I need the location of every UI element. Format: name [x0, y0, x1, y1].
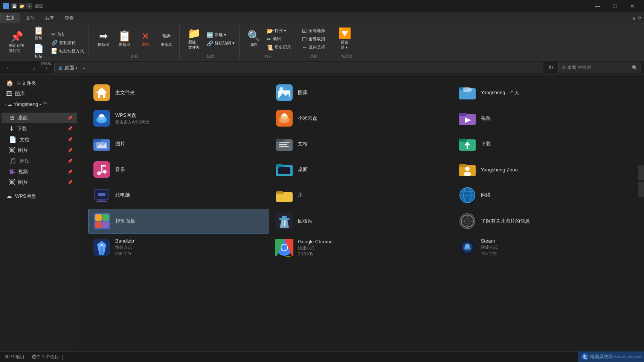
details-panel-button[interactable]: [638, 182, 644, 197]
file-item-xiaomi[interactable]: 小米云盘: [271, 106, 452, 130]
ribbon-group-new: 📁 新建文件夹 🆕 新建 ▾ 🔗 轻松访问 ▾ 新建: [181, 25, 240, 59]
file-item-photo-info[interactable]: 了解有关此图片的信息: [454, 209, 635, 234]
sidebar-item-docs[interactable]: 📄 文档 📌: [2, 134, 77, 145]
ribbon-help-icon[interactable]: ?: [638, 15, 641, 21]
paste-shortcut-button[interactable]: 📝 粘贴快捷方式: [50, 47, 85, 55]
file-item-home[interactable]: 主文件夹: [88, 81, 269, 105]
pin-icon-pics: 📌: [67, 148, 73, 153]
delete-label: 删除: [142, 42, 149, 47]
quick-sq-1[interactable]: 💾: [11, 3, 17, 9]
forward-button[interactable]: →: [16, 63, 26, 73]
new-dropdown-button[interactable]: 🆕 新建 ▾: [205, 31, 236, 39]
download-icon: ⬇: [9, 125, 14, 132]
file-info-bandizip: Bandizip 快捷方式 835 字节: [115, 238, 134, 257]
select-none-icon: ☐: [302, 36, 307, 42]
delete-button[interactable]: ✕ 删除: [136, 30, 155, 49]
cut-button[interactable]: ✂ 剪切: [50, 31, 85, 38]
easy-access-button[interactable]: 🔗 轻松访问 ▾: [205, 40, 236, 47]
tab-share[interactable]: 共享: [40, 14, 60, 23]
file-item-desktop[interactable]: 桌面: [271, 157, 452, 182]
new-label: 新建: [184, 53, 236, 59]
item-count: 30 个项目: [5, 354, 24, 360]
pin-quickaccess-button[interactable]: 📌 固定到快速访问: [6, 30, 27, 55]
file-item-doc[interactable]: 文档: [271, 132, 452, 156]
sidebar-video-label: 视频: [18, 168, 28, 175]
file-item-recycle[interactable]: 回收站: [271, 209, 452, 234]
sidebar-item-pictures2[interactable]: 🖼 图片 📌: [2, 177, 77, 188]
file-sub-wps: 双击进入WPS网盘: [115, 119, 150, 125]
file-info-chrome: Google Chrome 快捷方式 2.13 KB: [298, 239, 333, 256]
file-item-thispc[interactable]: 此电脑: [88, 183, 269, 207]
tab-file[interactable]: 文件: [20, 14, 40, 23]
watermark: 电 电脑系统网 www.dnxtw.com: [578, 351, 644, 362]
copy-button[interactable]: 📋 复制: [29, 25, 48, 42]
file-item-library[interactable]: 库: [271, 183, 452, 207]
sidebar-item-gallery[interactable]: 🖼 图库: [2, 89, 77, 99]
tab-view[interactable]: 查看: [60, 14, 79, 23]
properties-button[interactable]: 🔍 属性: [244, 29, 264, 49]
sidebar-item-pictures[interactable]: 🖼 图片 📌: [2, 145, 77, 156]
select-label: 选择: [301, 53, 327, 59]
file-info-photo-info: 了解有关此图片的信息: [481, 218, 530, 225]
sidebar-item-home[interactable]: 🏠 主文件夹: [2, 78, 77, 89]
file-item-yangsheng[interactable]: Yangsheng - 个人: [454, 81, 635, 105]
sidebar-item-download[interactable]: ⬇ 下载 📌: [2, 123, 77, 134]
back-button[interactable]: ←: [3, 63, 14, 73]
file-name-desktop: 桌面: [298, 166, 308, 173]
recent-button[interactable]: ⌄: [29, 63, 39, 73]
refresh-button[interactable]: ↻: [545, 63, 556, 73]
sidebar-item-desktop[interactable]: 🖥 桌面 📌: [2, 113, 77, 123]
select-none-button[interactable]: ☐ 全部取消: [301, 35, 327, 43]
search-box[interactable]: 在 桌面 中搜索 🔍: [558, 63, 641, 73]
file-name-photo-info: 了解有关此图片的信息: [481, 218, 530, 225]
file-item-download[interactable]: 下载: [454, 132, 635, 156]
tab-home[interactable]: 主页: [0, 13, 20, 23]
file-item-chrome[interactable]: Google Chrome 快捷方式 2.13 KB: [271, 235, 452, 260]
sidebar-item-wps[interactable]: ☁ WPS网盘: [2, 191, 77, 202]
paste-button[interactable]: 📄 粘贴: [29, 43, 48, 60]
invert-selection-button[interactable]: ↔ 反向选择: [301, 44, 327, 51]
file-item-yangsheng-zhou[interactable]: Yangsheng Zhou: [454, 157, 635, 182]
file-name-yangsheng-zhou: Yangsheng Zhou: [481, 167, 518, 173]
select-all-button[interactable]: ☑ 全部选择: [301, 27, 327, 35]
up-button[interactable]: ↑: [41, 63, 52, 73]
copy-path-button[interactable]: 🔗 复制路径: [50, 39, 85, 46]
file-item-wps[interactable]: WPS网盘 双击进入WPS网盘: [88, 106, 269, 130]
sidebar-item-music[interactable]: 🎵 音乐 📌: [2, 156, 77, 166]
copy-to-button[interactable]: 📋 复制到: [114, 29, 134, 49]
file-name-yangsheng: Yangsheng - 个人: [481, 89, 519, 96]
sidebar-item-yangsheng[interactable]: › ☁ Yangsheng - 个: [0, 99, 79, 110]
file-sub-bandizip: 快捷方式: [115, 244, 134, 250]
quick-sq-dropdown[interactable]: ▾: [26, 3, 32, 9]
file-icon-thispc: [93, 186, 111, 204]
minimize-button[interactable]: —: [589, 0, 606, 12]
sidebar-item-video[interactable]: 📽 视频 📌: [2, 166, 77, 177]
new-folder-button[interactable]: 📁 新建文件夹: [184, 27, 204, 52]
file-item-picture[interactable]: 图片: [88, 132, 269, 156]
file-item-network[interactable]: 网络: [454, 183, 635, 207]
rename-button[interactable]: ✏ 重命名: [157, 29, 176, 49]
file-item-bandizip[interactable]: Bandizip 快捷方式 835 字节: [88, 235, 269, 260]
app-icon: [3, 3, 9, 9]
quick-sq-2[interactable]: 📁: [19, 3, 25, 9]
preview-panel-button[interactable]: [638, 165, 644, 180]
file-item-gallery[interactable]: 图库: [271, 81, 452, 105]
history-button[interactable]: 📜 历史记录: [265, 44, 293, 51]
sidebar-docs-label: 文档: [20, 136, 29, 143]
move-to-button[interactable]: ➡ 移动到: [93, 29, 113, 49]
open-button[interactable]: 📂 打开 ▾: [265, 27, 293, 35]
maximize-button[interactable]: □: [606, 0, 624, 12]
ribbon-collapse-icon[interactable]: ∧: [632, 15, 636, 21]
address-path[interactable]: 🖥 桌面 › ⌄: [54, 63, 543, 73]
quick-access-squares: 💾 📁 ▾: [11, 3, 32, 9]
file-item-video[interactable]: 视频: [454, 106, 635, 130]
file-item-music[interactable]: 音乐: [88, 157, 269, 182]
svg-rect-18: [459, 113, 467, 116]
address-dropdown-btn[interactable]: ⌄: [79, 63, 89, 73]
close-button[interactable]: ✕: [624, 0, 641, 12]
move-label: 移动到: [98, 42, 109, 47]
edit-button[interactable]: ✏ 编辑: [265, 35, 293, 43]
file-item-steam[interactable]: Steam 快捷方式 735 字节: [454, 235, 635, 260]
file-item-control-panel[interactable]: 控制面板: [88, 209, 269, 234]
filter-button[interactable]: 🔽 筛选器 ▾: [335, 27, 354, 52]
